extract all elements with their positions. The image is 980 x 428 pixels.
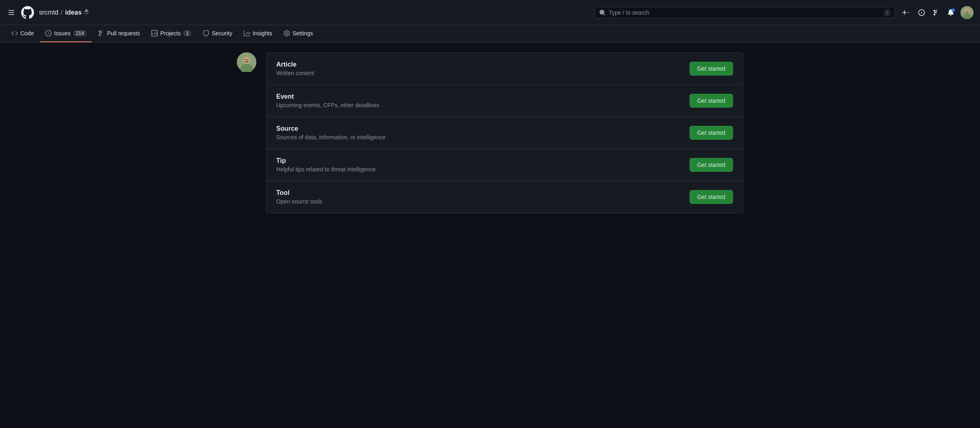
tab-code-label: Code <box>20 30 34 37</box>
notification-dot <box>952 9 955 12</box>
breadcrumb-separator: / <box>61 9 62 16</box>
issues-button[interactable] <box>917 8 926 17</box>
item-description: Written content <box>276 70 314 76</box>
top-nav-left: srcmtd / ideas <box>6 6 590 19</box>
item-title: Event <box>276 93 379 100</box>
item-description: Helpful tips related to threat intellige… <box>276 166 376 173</box>
top-nav-right <box>900 6 974 19</box>
item-info: Tip Helpful tips related to threat intel… <box>276 157 376 173</box>
pull-requests-icon <box>98 30 105 37</box>
tab-projects[interactable]: Projects 1 <box>146 25 196 42</box>
notifications-button[interactable] <box>946 8 956 17</box>
svg-rect-12 <box>244 59 246 60</box>
search-shortcut: / <box>884 9 890 16</box>
tab-pull-requests-label: Pull requests <box>107 30 140 37</box>
item-title: Source <box>276 125 385 132</box>
issues-badge: 214 <box>73 30 87 37</box>
list-item: Tip Helpful tips related to threat intel… <box>266 149 743 181</box>
tab-settings[interactable]: Settings <box>279 25 318 42</box>
tab-insights[interactable]: Insights <box>239 25 277 42</box>
get-started-button[interactable]: Get started <box>690 94 733 108</box>
tab-settings-label: Settings <box>292 30 313 37</box>
create-new-button[interactable] <box>900 8 912 17</box>
svg-rect-5 <box>965 12 969 13</box>
settings-icon <box>284 30 290 37</box>
get-started-button[interactable]: Get started <box>690 190 733 204</box>
svg-point-1 <box>965 9 969 14</box>
item-description: Upcoming events, CFPs, other deadlines <box>276 102 379 108</box>
list-item: Event Upcoming events, CFPs, other deadl… <box>266 85 743 117</box>
hamburger-button[interactable] <box>6 8 16 17</box>
avatar-image <box>961 6 974 19</box>
projects-badge: 1 <box>183 30 191 37</box>
search-icon <box>599 9 606 16</box>
search-placeholder: Type / to search <box>609 9 881 16</box>
tab-insights-label: Insights <box>253 30 272 37</box>
get-started-button[interactable]: Get started <box>690 126 733 140</box>
security-icon <box>203 30 209 37</box>
item-title: Tool <box>276 189 322 197</box>
tab-issues-label: Issues <box>54 30 70 37</box>
search-bar[interactable]: Type / to search / <box>595 7 895 18</box>
item-title: Article <box>276 61 314 68</box>
item-info: Tool Open source tools <box>276 189 322 205</box>
list-item: Article Written content Get started <box>266 52 743 85</box>
breadcrumb-owner[interactable]: srcmtd <box>39 9 58 16</box>
code-icon <box>11 30 18 37</box>
list-item: Source Sources of data, information, or … <box>266 117 743 149</box>
svg-point-3 <box>966 11 967 11</box>
tab-security[interactable]: Security <box>198 25 237 42</box>
tab-issues[interactable]: Issues 214 <box>40 25 92 42</box>
breadcrumb-repo[interactable]: ideas <box>65 9 82 16</box>
projects-icon <box>151 30 158 37</box>
item-description: Open source tools <box>276 198 322 205</box>
breadcrumb: srcmtd / ideas <box>39 9 89 16</box>
item-info: Event Upcoming events, CFPs, other deadl… <box>276 93 379 108</box>
avatar[interactable] <box>961 6 974 19</box>
tab-pull-requests[interactable]: Pull requests <box>93 25 145 42</box>
tab-code[interactable]: Code <box>6 25 39 42</box>
svg-rect-11 <box>245 61 249 62</box>
item-info: Article Written content <box>276 61 314 76</box>
main-content: Article Written content Get started Even… <box>230 43 750 223</box>
item-title: Tip <box>276 157 376 164</box>
item-info: Source Sources of data, information, or … <box>276 125 385 141</box>
user-avatar-sidebar <box>237 52 256 213</box>
tab-projects-label: Projects <box>160 30 181 37</box>
list-item: Tool Open source tools Get started <box>266 181 743 213</box>
pull-requests-button[interactable] <box>931 8 941 17</box>
repo-navigation: Code Issues 214 Pull requests Projects 1 <box>0 25 980 43</box>
get-started-button[interactable]: Get started <box>690 62 733 76</box>
top-navigation: srcmtd / ideas Type / to search / <box>0 0 980 25</box>
lock-icon <box>84 9 89 15</box>
github-logo[interactable] <box>21 6 34 19</box>
svg-point-7 <box>243 57 250 64</box>
items-container: Article Written content Get started Even… <box>266 52 743 213</box>
svg-point-4 <box>967 11 968 11</box>
get-started-button[interactable]: Get started <box>690 158 733 172</box>
user-avatar[interactable] <box>237 52 256 72</box>
issues-icon <box>45 30 52 37</box>
tab-security-label: Security <box>212 30 232 37</box>
item-description: Sources of data, information, or intelli… <box>276 134 385 141</box>
insights-icon <box>244 30 250 37</box>
svg-point-10 <box>247 59 249 61</box>
